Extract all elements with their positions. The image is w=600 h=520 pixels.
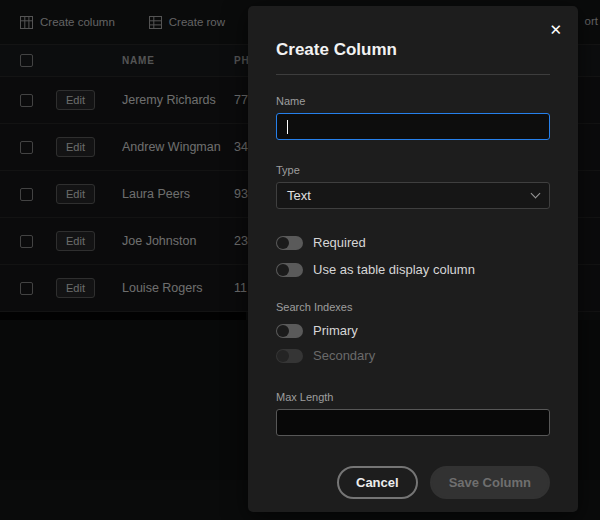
type-field-group: Type Text	[276, 164, 550, 209]
required-toggle-label: Required	[313, 235, 366, 250]
secondary-toggle-row: Secondary	[276, 348, 550, 363]
cancel-button[interactable]: Cancel	[337, 466, 418, 499]
required-toggle-row: Required	[276, 235, 550, 250]
title-divider	[276, 74, 550, 75]
display-column-toggle-row: Use as table display column	[276, 262, 550, 277]
close-icon[interactable]: ✕	[549, 22, 562, 37]
chevron-down-icon	[531, 189, 541, 199]
name-input[interactable]	[276, 113, 550, 140]
toggle-knob	[277, 237, 289, 249]
type-select[interactable]: Text	[276, 182, 550, 209]
display-column-toggle-label: Use as table display column	[313, 262, 475, 277]
max-length-field-group: Max Length	[276, 391, 550, 436]
text-caret	[287, 120, 288, 134]
create-column-modal: ✕ Create Column Name Type Text Required …	[248, 6, 578, 512]
secondary-toggle	[276, 349, 303, 363]
toggle-knob	[277, 264, 289, 276]
search-indexes-label: Search Indexes	[276, 301, 550, 313]
toggle-knob	[277, 325, 289, 337]
name-field-group: Name	[276, 95, 550, 140]
primary-toggle[interactable]	[276, 324, 303, 338]
max-length-input[interactable]	[276, 409, 550, 436]
toggle-knob	[277, 350, 289, 362]
save-column-button[interactable]: Save Column	[430, 466, 550, 499]
secondary-toggle-label: Secondary	[313, 348, 375, 363]
search-indexes-group: Search Indexes Primary Secondary	[276, 301, 550, 363]
required-toggle[interactable]	[276, 236, 303, 250]
primary-toggle-label: Primary	[313, 323, 358, 338]
primary-toggle-row: Primary	[276, 323, 550, 338]
type-field-label: Type	[276, 164, 550, 176]
modal-title: Create Column	[276, 40, 550, 60]
max-length-field-label: Max Length	[276, 391, 550, 403]
modal-footer-buttons: Cancel Save Column	[276, 466, 550, 499]
type-select-value: Text	[287, 188, 311, 203]
name-field-label: Name	[276, 95, 550, 107]
display-column-toggle[interactable]	[276, 263, 303, 277]
